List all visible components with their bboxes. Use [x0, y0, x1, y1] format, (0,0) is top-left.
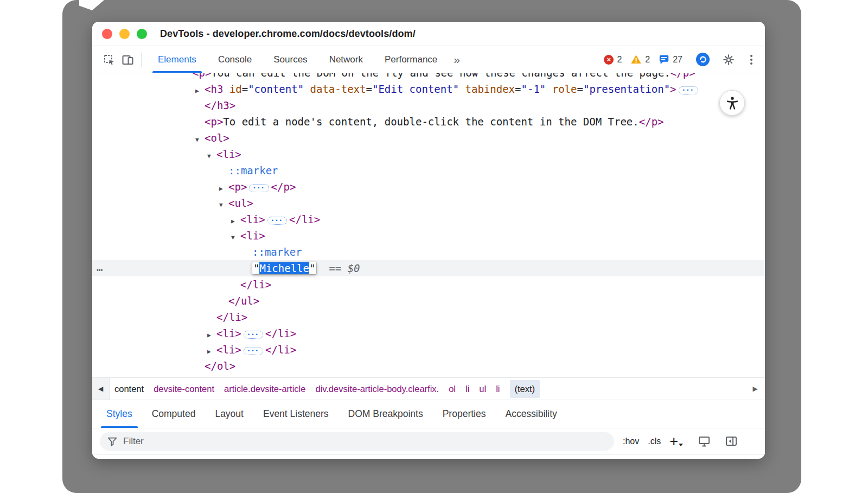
code-segment-text [546, 83, 552, 95]
breadcrumb-item-div-devsite-article-body-clearfix[interactable]: div.devsite-article-body.clearfix. [315, 384, 439, 394]
code-segment-tag: </li> [216, 311, 247, 323]
dom-tree-row[interactable]: ::marker [92, 162, 765, 179]
breadcrumb: contentdevsite-contentarticle.devsite-ar… [110, 380, 545, 398]
rendering-emulations-button[interactable] [695, 432, 713, 451]
breadcrumb-item-li[interactable]: li [465, 384, 469, 394]
error-badge[interactable]: × 2 [604, 55, 622, 65]
tab-elements[interactable]: Elements [147, 46, 207, 73]
more-options-button[interactable] [745, 53, 757, 67]
code-segment-text: = [366, 83, 372, 95]
sidebar-tab-styles[interactable]: Styles [97, 400, 142, 428]
dom-tree-row[interactable]: ▶<li>•••</li> [92, 342, 765, 358]
dom-tree-row[interactable]: ▼<ol> [92, 130, 765, 146]
sidebar-tab-dom-breakpoints[interactable]: DOM Breakpoints [339, 400, 433, 428]
code-segment-tag: <p> [228, 181, 247, 193]
kebab-dot [750, 55, 752, 57]
accessibility-overlay-button[interactable] [719, 90, 745, 116]
ellipsis-expand-button[interactable]: ••• [267, 217, 287, 225]
dom-tree-row[interactable]: ▶<p>•••</p> [92, 179, 765, 195]
sync-status-button[interactable] [693, 50, 712, 69]
breadcrumb-item-li[interactable]: li [496, 384, 500, 394]
code-segment-text: = [577, 83, 583, 95]
dom-tree-row[interactable]: ▶<li>•••</li> [92, 211, 765, 227]
window-title: DevTools - developer.chrome.com/docs/dev… [160, 28, 416, 40]
breadcrumb-item-text[interactable]: (text) [510, 380, 540, 398]
warning-badge[interactable]: 2 [630, 54, 650, 65]
issues-icon [659, 54, 669, 65]
close-button[interactable] [102, 29, 112, 39]
dom-tree-row[interactable]: <p>To edit a node's content, double-clic… [92, 113, 765, 130]
dom-tree-row[interactable]: </h3> [92, 97, 765, 113]
ellipsis-expand-button[interactable]: ••• [249, 184, 269, 192]
breadcrumb-item-ul[interactable]: ul [479, 384, 486, 394]
sidebar-tab-properties[interactable]: Properties [433, 400, 496, 428]
code-segment-val: "Edit content" [372, 83, 459, 95]
code-segment-text [341, 262, 347, 274]
dom-tree-row[interactable]: </ol> [92, 358, 765, 374]
breadcrumb-item-ol[interactable]: ol [449, 384, 456, 394]
element-classes-button[interactable]: .cls [648, 437, 661, 446]
ellipsis-expand-button[interactable]: ••• [679, 86, 698, 94]
issues-badge[interactable]: 27 [659, 54, 682, 65]
dom-tree-row[interactable]: </li> [92, 309, 765, 325]
breadcrumb-scroll-right-button[interactable]: ▶ [745, 385, 765, 393]
minimize-button[interactable] [119, 29, 130, 39]
code-segment-val: "presentation" [583, 83, 670, 95]
breadcrumb-item-content[interactable]: content [114, 384, 144, 394]
code-segment-tag: <li> [240, 230, 265, 242]
tab-console[interactable]: Console [207, 46, 263, 73]
dom-tree-row[interactable]: </ul> [92, 293, 765, 309]
new-style-rule-button[interactable]: + [669, 436, 683, 447]
error-count: 2 [617, 55, 622, 65]
sidebar-tab-layout[interactable]: Layout [205, 400, 253, 428]
toggle-element-state-button[interactable]: :hov [623, 437, 639, 446]
inspect-icon [103, 53, 116, 66]
code-segment-text [223, 83, 229, 95]
code-segment-dollar: $0 [348, 262, 360, 274]
code-segment-tag: <li> [216, 327, 241, 339]
ellipsis-expand-button[interactable]: ••• [244, 331, 263, 339]
dom-tree-row[interactable]: </li> [92, 276, 765, 293]
selected-text: Michelle [259, 262, 309, 274]
code-segment-text: = [242, 83, 248, 95]
inspect-element-button[interactable] [100, 50, 118, 69]
code-segment-eq: == [329, 262, 341, 274]
zoom-button[interactable] [137, 29, 147, 39]
tab-performance[interactable]: Performance [374, 46, 448, 73]
dom-tree-row[interactable]: ::marker [92, 244, 765, 260]
device-toolbar-button[interactable] [118, 50, 137, 69]
kebab-dot [750, 62, 752, 65]
dom-tree-row[interactable]: ▼<ul> [92, 195, 765, 211]
code-segment-tag: </li> [240, 279, 271, 290]
dom-tree-row[interactable]: …"Michelle" == $0 [92, 260, 765, 276]
breadcrumb-item-devsite-content[interactable]: devsite-content [154, 384, 214, 394]
styles-filter-input[interactable]: Filter [100, 432, 614, 451]
plus-icon: + [669, 436, 678, 447]
ellipsis-expand-button[interactable]: ••• [244, 347, 263, 355]
filter-funnel-icon [107, 436, 118, 447]
tab-network[interactable]: Network [318, 46, 374, 73]
dom-tree-row[interactable]: ▶<li>•••</li> [92, 325, 765, 342]
sidebar-tab-accessibility[interactable]: Accessibility [495, 400, 566, 428]
dom-tree-row[interactable]: ▶<h3 id="content" data-text="Edit conten… [92, 81, 765, 97]
tab-sources[interactable]: Sources [263, 46, 318, 73]
code-segment-tag: <h3 [205, 83, 223, 95]
dom-tree-row[interactable]: ▼<li> [92, 227, 765, 244]
code-segment-tag: </p> [271, 181, 296, 193]
settings-button[interactable] [719, 50, 738, 69]
sidebar-tab-event-listeners[interactable]: Event Listeners [253, 400, 339, 428]
devtools-window: DevTools - developer.chrome.com/docs/dev… [92, 22, 765, 459]
sidebar-toggle-icon [725, 435, 738, 448]
toggle-computed-sidebar-button[interactable] [722, 432, 741, 451]
breadcrumb-scroll-left-button[interactable]: ◀ [92, 378, 110, 400]
dom-tree-row[interactable]: ▼<li> [92, 146, 765, 162]
breadcrumb-item-article-devsite-article[interactable]: article.devsite-article [224, 384, 305, 394]
dom-tree-row[interactable]: <p>You can edit the DOM on the fly and s… [92, 73, 765, 81]
screenshot-canvas: DevTools - developer.chrome.com/docs/dev… [0, 0, 868, 493]
more-tabs-button[interactable]: » [448, 53, 465, 66]
inline-edit-field[interactable]: "Michelle" [252, 262, 316, 274]
code-segment-text: To edit a node's content, double-click t… [223, 116, 639, 128]
code-segment-tag: </li> [265, 327, 296, 339]
code-segment-attr: id [229, 83, 242, 95]
sidebar-tab-computed[interactable]: Computed [142, 400, 206, 428]
